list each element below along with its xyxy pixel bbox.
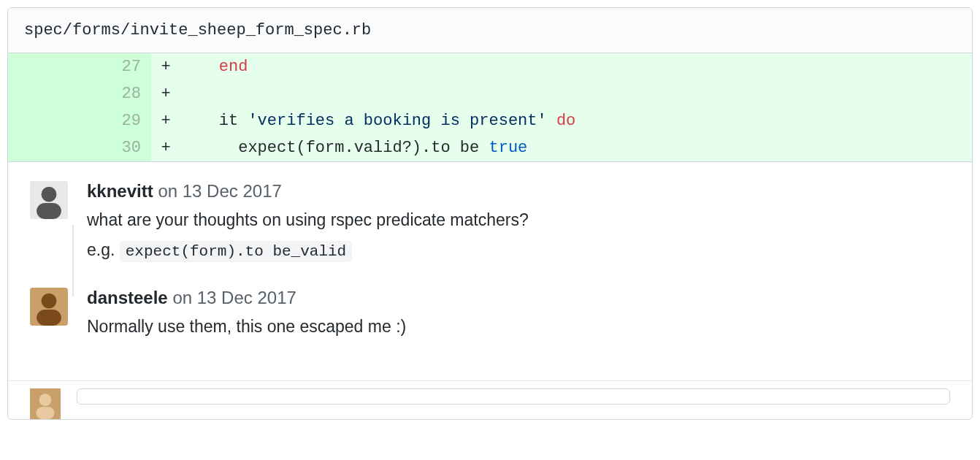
avatar[interactable] <box>30 288 68 326</box>
svg-rect-5 <box>37 310 61 326</box>
inline-code: expect(form).to be_valid <box>120 241 352 262</box>
diff-line[interactable]: 30+ expect(form.valid?).to be true <box>8 134 972 161</box>
diff-sign: + <box>151 53 180 80</box>
svg-rect-2 <box>37 203 61 219</box>
diff-table: 27+ end28+29+ it 'verifies a booking is … <box>8 53 972 161</box>
comments-section: kknevitt on 13 Dec 2017what are your tho… <box>8 161 972 380</box>
diff-sign: + <box>151 107 180 134</box>
code-content <box>180 80 972 107</box>
svg-point-4 <box>42 294 57 309</box>
old-line-number <box>8 53 80 80</box>
comment-author[interactable]: dansteele <box>87 288 168 307</box>
timeline-connector <box>72 225 74 296</box>
code-content: it 'verifies a booking is present' do <box>180 107 972 134</box>
svg-rect-8 <box>36 407 54 419</box>
comment-body: kknevitt on 13 Dec 2017what are your tho… <box>87 181 950 267</box>
comment-header: dansteele on 13 Dec 2017 <box>87 288 950 308</box>
comment-header: kknevitt on 13 Dec 2017 <box>87 181 950 202</box>
avatar[interactable] <box>30 388 61 419</box>
svg-point-1 <box>42 187 57 202</box>
new-line-number: 28 <box>80 80 151 107</box>
diff-line[interactable]: 27+ end <box>8 53 972 80</box>
new-line-number: 27 <box>80 53 151 80</box>
comment-text: e.g. expect(form).to be_valid <box>87 237 950 264</box>
review-comment: kknevitt on 13 Dec 2017what are your tho… <box>30 181 950 267</box>
old-line-number <box>8 107 80 134</box>
comment-author[interactable]: kknevitt <box>87 181 153 201</box>
comment-text: what are your thoughts on using rspec pr… <box>87 207 950 233</box>
new-line-number: 30 <box>80 134 151 161</box>
reply-input[interactable] <box>77 388 950 405</box>
diff-sign: + <box>151 134 180 161</box>
old-line-number <box>8 134 80 161</box>
code-review-panel: spec/forms/invite_sheep_form_spec.rb 27+… <box>7 7 973 420</box>
file-path: spec/forms/invite_sheep_form_spec.rb <box>24 21 371 39</box>
new-line-number: 29 <box>80 107 151 134</box>
diff-sign: + <box>151 80 180 107</box>
comment-body: dansteele on 13 Dec 2017Normally use the… <box>87 288 950 344</box>
diff-line[interactable]: 29+ it 'verifies a booking is present' d… <box>8 107 972 134</box>
file-path-header[interactable]: spec/forms/invite_sheep_form_spec.rb <box>8 8 972 53</box>
comment-date[interactable]: on 13 Dec 2017 <box>158 181 281 201</box>
comment-date[interactable]: on 13 Dec 2017 <box>172 288 296 307</box>
avatar[interactable] <box>30 181 68 219</box>
code-content: expect(form.valid?).to be true <box>180 134 972 161</box>
svg-point-7 <box>39 394 52 406</box>
comment-text: Normally use them, this one escaped me :… <box>87 314 950 340</box>
old-line-number <box>8 80 80 107</box>
code-content: end <box>180 53 972 80</box>
reply-area <box>8 380 972 419</box>
review-comment: dansteele on 13 Dec 2017Normally use the… <box>30 288 950 344</box>
diff-line[interactable]: 28+ <box>8 80 972 107</box>
